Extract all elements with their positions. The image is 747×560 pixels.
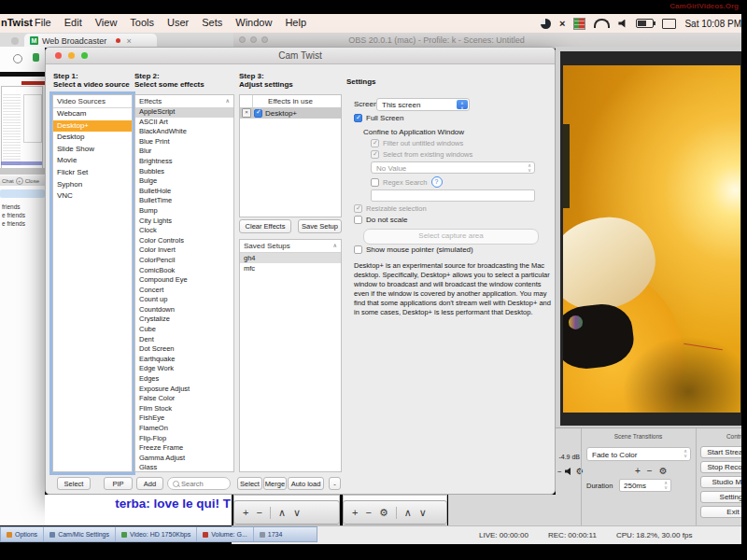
effect-item[interactable]: Cube (135, 325, 233, 335)
effect-item[interactable]: Flip-Flop (135, 434, 233, 444)
menu-item[interactable]: View (95, 17, 118, 28)
effect-item[interactable]: Count up (135, 295, 233, 305)
add-effect-button[interactable]: Add (136, 477, 163, 490)
effect-item[interactable]: False Color (135, 394, 233, 404)
colored-grid-icon[interactable] (573, 18, 585, 30)
saved-setups-header[interactable]: Saved Setups∧ (240, 240, 341, 253)
menu-item[interactable]: Tools (130, 17, 154, 28)
collapse-caret-icon[interactable]: ∧ (226, 95, 230, 107)
effect-item[interactable]: ComicBook (135, 266, 233, 276)
remove-source-icon[interactable]: − (365, 507, 371, 518)
resizable-checkbox[interactable] (354, 204, 362, 213)
remove-transition-icon[interactable]: − (647, 466, 653, 476)
menu-item[interactable]: File (35, 17, 51, 28)
resizable-row[interactable]: Resizable selection (354, 204, 427, 213)
saved-setup-item[interactable]: gh4 (240, 253, 341, 263)
effect-item[interactable]: Bump (135, 206, 233, 217)
move-up-icon[interactable]: ∧ (404, 507, 412, 519)
menu-item[interactable]: Help (285, 17, 306, 28)
video-source-item[interactable]: Desktop (53, 132, 132, 144)
video-source-item[interactable]: VNC (53, 190, 132, 203)
slider-end-icon[interactable]: − (557, 468, 562, 476)
select-existing-checkbox[interactable] (371, 150, 379, 159)
video-source-item[interactable]: Slide Show (53, 144, 132, 156)
tool-icon[interactable]: × (559, 19, 565, 29)
effect-item[interactable]: Dot Screen (135, 344, 233, 355)
pip-button[interactable]: PIP (104, 477, 133, 490)
effect-item[interactable]: Bulge (135, 176, 233, 187)
tab-close-icon[interactable]: × (126, 36, 131, 46)
menu-clock[interactable]: Sat 10:08 PM (684, 19, 741, 29)
video-source-item[interactable]: Webcam (53, 108, 132, 120)
video-source-item[interactable]: Movie (53, 155, 132, 167)
plus-icon[interactable]: + (16, 177, 23, 185)
effect-item[interactable]: Edge Work (135, 364, 233, 374)
control-button[interactable]: Start Streaming (700, 446, 747, 458)
select-existing-row[interactable]: Select from existing windows (371, 150, 472, 159)
effect-item[interactable]: Brightness (135, 157, 233, 167)
close-button[interactable]: Close (25, 178, 39, 184)
wifi-icon[interactable] (594, 19, 610, 28)
do-not-scale-checkbox[interactable] (354, 216, 362, 224)
video-source-item[interactable]: Syphon (53, 179, 132, 191)
effect-item[interactable]: Freeze Frame (135, 443, 233, 454)
select-setup-button[interactable]: Select (237, 477, 262, 490)
move-down-icon[interactable]: ∨ (419, 507, 427, 519)
regex-checkbox[interactable] (371, 178, 379, 187)
auto-load-button[interactable]: Auto load (288, 477, 324, 490)
select-source-button[interactable]: Select (57, 477, 91, 490)
mixer-gear-icon[interactable]: ⚙ (576, 467, 584, 476)
clear-effects-button[interactable]: Clear Effects (239, 219, 291, 233)
effect-item[interactable]: Blue Print (135, 137, 233, 147)
saved-setup-item[interactable]: mfc (240, 263, 341, 273)
volume-icon[interactable] (618, 20, 627, 28)
effect-item[interactable]: Compound Eye (135, 275, 233, 286)
screen-popup[interactable]: This screen ∧∨ (376, 98, 470, 111)
effect-item[interactable]: Color Invert (135, 245, 233, 256)
effect-item[interactable]: Blur (135, 147, 233, 157)
video-quality-button[interactable]: Video: HD 1750Kbps (116, 527, 197, 541)
effect-item[interactable]: BulletHole (135, 187, 233, 197)
effect-item[interactable]: BulletTime (135, 196, 233, 206)
camtwist-title-bar[interactable]: Cam Twist (46, 48, 555, 64)
filter-untitled-checkbox[interactable] (371, 139, 379, 147)
full-screen-row[interactable]: Full Screen (354, 114, 403, 122)
select-capture-area-button[interactable]: Select capture area (363, 229, 539, 245)
effect-enabled-checkbox[interactable] (254, 109, 262, 118)
duration-stepper[interactable]: 250ms ∧∨ (619, 479, 671, 492)
effect-item[interactable]: Film Stock (135, 404, 233, 414)
speaker-icon[interactable] (565, 468, 573, 475)
effect-item[interactable]: Bubbles (135, 167, 233, 177)
save-setup-button[interactable]: Save Setup (298, 219, 342, 233)
remove-effect-icon[interactable]: × (242, 108, 251, 118)
battery-icon[interactable] (636, 19, 654, 28)
friend-item[interactable]: e friends (2, 219, 45, 228)
status-circle-icon[interactable] (541, 19, 551, 29)
effect-item[interactable]: Crystalize (135, 315, 233, 325)
transition-gear-icon[interactable]: ⚙ (659, 466, 668, 476)
menu-item[interactable]: User (167, 17, 189, 28)
control-button[interactable]: Settings (700, 491, 747, 503)
effect-item[interactable]: Color Controls (135, 236, 233, 246)
window-popup[interactable]: No Value ∧∨ (371, 161, 535, 174)
menu-item[interactable]: Window (235, 17, 272, 28)
browser-tab[interactable]: M Web Broadcaster × (24, 34, 157, 48)
effect-item[interactable]: FishEye (135, 413, 233, 424)
effect-item[interactable]: Glass (135, 463, 233, 471)
move-down-icon[interactable]: ∨ (293, 507, 301, 519)
effect-item[interactable]: Exposure Adjust (135, 385, 233, 395)
friend-item[interactable]: friends (2, 203, 45, 211)
video-source-item[interactable]: Flickr Set (53, 167, 132, 179)
regex-input[interactable] (371, 189, 535, 202)
remove-setup-button[interactable]: - (329, 477, 341, 490)
menu-item[interactable]: Edit (64, 17, 82, 28)
regex-row[interactable]: Regex Search ? (371, 176, 443, 188)
do-not-scale-row[interactable]: Do not scale (354, 216, 407, 224)
collapse-caret-icon[interactable]: ∧ (333, 240, 337, 252)
control-button[interactable]: Stop Recording (700, 461, 747, 473)
menu-item[interactable]: Sets (202, 17, 222, 28)
control-button[interactable]: Studio Mode (700, 476, 747, 488)
effect-item[interactable]: Dent (135, 335, 233, 345)
display-icon[interactable] (662, 19, 676, 29)
effect-item[interactable]: City Lights (135, 217, 233, 227)
